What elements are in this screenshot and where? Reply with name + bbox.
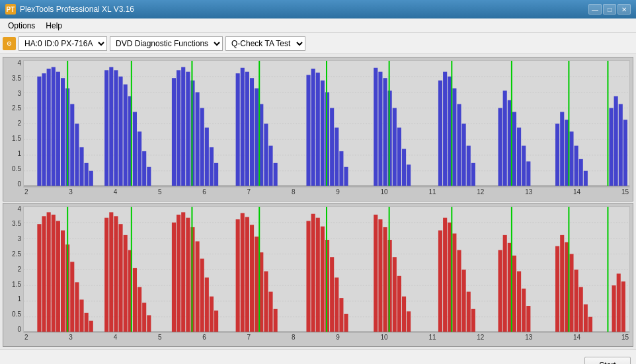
svg-rect-33 — [172, 78, 176, 186]
svg-rect-71 — [407, 164, 411, 186]
svg-rect-47 — [250, 78, 254, 186]
bottom-chart-y-axis: 0 0.5 1 1.5 2 2.5 3 3.5 4 — [5, 206, 23, 334]
svg-rect-48 — [255, 89, 258, 186]
menu-bar: Options Help — [0, 18, 636, 33]
svg-rect-78 — [462, 124, 466, 186]
svg-rect-131 — [138, 287, 141, 332]
svg-rect-24 — [114, 70, 118, 186]
svg-rect-16 — [70, 104, 74, 186]
svg-rect-67 — [388, 91, 392, 186]
svg-rect-163 — [339, 298, 343, 332]
svg-rect-124 — [104, 217, 108, 332]
app-icon: PT — [5, 4, 16, 15]
svg-rect-121 — [85, 312, 89, 332]
svg-rect-10 — [42, 73, 46, 186]
svg-rect-86 — [517, 127, 521, 186]
svg-rect-153 — [268, 291, 272, 332]
svg-rect-195 — [569, 254, 573, 332]
maximize-button[interactable]: □ — [603, 4, 616, 15]
svg-rect-28 — [133, 112, 137, 186]
app-title: PlexTools Professional XL V3.16 — [20, 5, 134, 14]
svg-rect-23 — [109, 67, 113, 186]
svg-rect-46 — [245, 72, 249, 186]
close-button[interactable]: ✕ — [617, 4, 631, 15]
svg-rect-45 — [241, 68, 245, 186]
svg-rect-40 — [205, 127, 209, 186]
drive-select-container: ⊙ HA:0 ID:0 PX-716A — [3, 36, 107, 51]
svg-rect-178 — [452, 233, 456, 332]
svg-rect-60 — [335, 127, 338, 186]
svg-rect-141 — [200, 258, 204, 332]
svg-rect-30 — [142, 151, 146, 186]
svg-rect-167 — [378, 219, 382, 332]
bottom-chart: 0 0.5 1 1.5 2 2.5 3 3.5 4 — [3, 203, 633, 347]
title-bar: PT PlexTools Professional XL V3.16 — □ ✕ — [0, 0, 636, 18]
svg-rect-126 — [114, 216, 118, 332]
svg-rect-64 — [374, 68, 378, 186]
menu-help[interactable]: Help — [40, 20, 67, 32]
svg-rect-101 — [623, 120, 627, 186]
test-dropdown[interactable]: Q-Check TA Test — [225, 36, 305, 51]
svg-rect-35 — [181, 67, 185, 186]
svg-rect-193 — [560, 235, 564, 331]
svg-rect-202 — [617, 273, 621, 332]
bottom-chart-svg — [24, 207, 629, 333]
svg-rect-87 — [522, 146, 526, 186]
svg-rect-146 — [236, 219, 240, 332]
svg-rect-12 — [52, 67, 56, 186]
svg-rect-66 — [383, 78, 387, 186]
menu-options[interactable]: Options — [3, 20, 40, 32]
svg-rect-185 — [503, 235, 507, 331]
svg-rect-173 — [407, 311, 411, 332]
svg-rect-190 — [526, 306, 530, 332]
svg-rect-158 — [316, 217, 320, 332]
minimize-button[interactable]: — — [588, 4, 602, 15]
svg-rect-50 — [264, 124, 268, 186]
bottom-panel: Jitter: 5 Peak Shift: — [0, 349, 636, 364]
svg-rect-93 — [569, 131, 573, 186]
svg-rect-197 — [579, 287, 583, 332]
bottom-chart-inner — [23, 206, 630, 334]
svg-rect-100 — [619, 104, 623, 186]
svg-rect-162 — [335, 277, 338, 332]
svg-rect-171 — [397, 275, 401, 332]
svg-rect-116 — [61, 230, 65, 332]
svg-rect-179 — [457, 250, 461, 332]
svg-rect-196 — [575, 270, 578, 332]
svg-rect-51 — [268, 146, 272, 186]
svg-rect-181 — [467, 291, 471, 332]
svg-rect-83 — [503, 91, 507, 186]
drive-icon: ⊙ — [3, 37, 16, 50]
svg-rect-19 — [85, 163, 89, 186]
svg-rect-184 — [498, 250, 502, 332]
svg-rect-133 — [147, 315, 151, 332]
svg-rect-172 — [402, 296, 406, 332]
svg-rect-62 — [344, 167, 348, 186]
function-dropdown[interactable]: DVD Diagnostic Functions — [110, 36, 223, 51]
svg-rect-90 — [555, 124, 559, 186]
svg-rect-149 — [250, 225, 254, 332]
svg-rect-44 — [236, 73, 240, 186]
svg-rect-113 — [47, 212, 51, 332]
svg-rect-159 — [321, 226, 325, 332]
svg-rect-55 — [311, 69, 315, 186]
svg-rect-61 — [339, 151, 343, 186]
toolbar: ⊙ HA:0 ID:0 PX-716A DVD Diagnostic Funct… — [0, 33, 636, 54]
drive-dropdown[interactable]: HA:0 ID:0 PX-716A — [19, 36, 107, 51]
svg-rect-22 — [104, 70, 108, 186]
svg-rect-120 — [79, 299, 83, 332]
svg-rect-76 — [452, 89, 456, 186]
start-button[interactable]: Start — [584, 357, 631, 365]
svg-rect-150 — [255, 237, 258, 332]
svg-rect-128 — [124, 235, 128, 331]
svg-rect-188 — [517, 271, 521, 332]
svg-rect-166 — [374, 214, 378, 331]
svg-rect-96 — [584, 171, 588, 186]
main-content: 0 0.5 1 1.5 2 2.5 3 3.5 4 — [0, 54, 636, 349]
svg-rect-168 — [383, 227, 387, 331]
svg-rect-157 — [311, 213, 315, 332]
svg-rect-112 — [42, 216, 46, 332]
svg-rect-39 — [200, 108, 204, 186]
svg-rect-136 — [177, 214, 180, 331]
svg-rect-34 — [177, 70, 180, 186]
